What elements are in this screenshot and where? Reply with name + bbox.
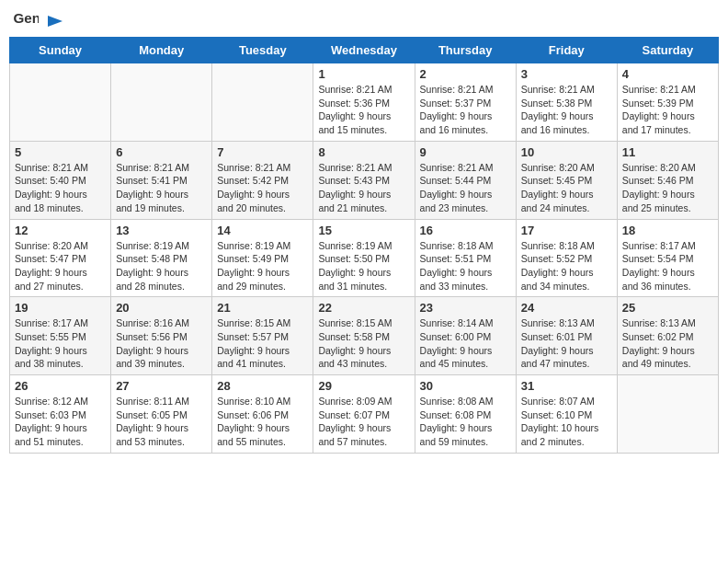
day-number: 10 [521,145,612,159]
col-header-saturday: Saturday [617,38,718,63]
calendar-cell: 18Sunrise: 8:17 AMSunset: 5:54 PMDayligh… [617,219,718,297]
calendar-cell: 13Sunrise: 8:19 AMSunset: 5:48 PMDayligh… [111,219,212,297]
day-info: Sunrise: 8:21 AMSunset: 5:37 PMDaylight:… [420,83,511,137]
day-info: Sunrise: 8:21 AMSunset: 5:40 PMDaylight:… [15,161,106,215]
calendar-week-2: 5Sunrise: 8:21 AMSunset: 5:40 PMDaylight… [10,141,719,219]
day-number: 17 [521,224,612,237]
calendar-week-4: 19Sunrise: 8:17 AMSunset: 5:55 PMDayligh… [10,297,719,375]
calendar-cell: 24Sunrise: 8:13 AMSunset: 6:01 PMDayligh… [516,297,617,375]
calendar-cell: 25Sunrise: 8:13 AMSunset: 6:02 PMDayligh… [617,297,718,375]
calendar-cell [10,63,111,142]
day-info: Sunrise: 8:19 AMSunset: 5:48 PMDaylight:… [116,239,207,293]
day-number: 22 [318,301,409,315]
svg-text:General: General [13,10,39,26]
day-info: Sunrise: 8:08 AMSunset: 6:08 PMDaylight:… [420,395,511,449]
svg-marker-1 [48,16,63,27]
calendar-cell: 10Sunrise: 8:20 AMSunset: 5:45 PMDayligh… [516,141,617,219]
day-info: Sunrise: 8:21 AMSunset: 5:36 PMDaylight:… [318,83,409,137]
day-number: 13 [116,224,207,237]
day-number: 11 [622,145,713,159]
col-header-thursday: Thursday [415,38,516,63]
col-header-sunday: Sunday [10,38,111,63]
day-number: 7 [217,145,308,159]
calendar-cell: 17Sunrise: 8:18 AMSunset: 5:52 PMDayligh… [516,219,617,297]
calendar-cell: 11Sunrise: 8:20 AMSunset: 5:46 PMDayligh… [617,141,718,219]
col-header-friday: Friday [516,38,617,63]
day-info: Sunrise: 8:20 AMSunset: 5:45 PMDaylight:… [521,161,612,215]
calendar-cell: 20Sunrise: 8:16 AMSunset: 5:56 PMDayligh… [111,297,212,375]
calendar-week-5: 26Sunrise: 8:12 AMSunset: 6:03 PMDayligh… [10,375,719,454]
day-info: Sunrise: 8:21 AMSunset: 5:42 PMDaylight:… [217,161,308,215]
day-info: Sunrise: 8:16 AMSunset: 5:56 PMDaylight:… [116,316,207,371]
calendar-cell: 7Sunrise: 8:21 AMSunset: 5:42 PMDaylight… [212,141,313,219]
day-number: 24 [521,301,612,315]
calendar-cell: 2Sunrise: 8:21 AMSunset: 5:37 PMDaylight… [415,63,516,142]
day-info: Sunrise: 8:21 AMSunset: 5:41 PMDaylight:… [116,161,207,215]
logo-flag-icon [44,14,64,30]
day-info: Sunrise: 8:15 AMSunset: 5:58 PMDaylight:… [318,316,409,371]
day-number: 9 [420,145,511,159]
calendar-cell: 31Sunrise: 8:07 AMSunset: 6:10 PMDayligh… [516,375,617,454]
day-info: Sunrise: 8:11 AMSunset: 6:05 PMDaylight:… [116,395,207,449]
col-header-monday: Monday [111,38,212,63]
day-number: 31 [521,379,612,393]
day-number: 2 [420,67,511,81]
day-info: Sunrise: 8:18 AMSunset: 5:52 PMDaylight:… [521,239,612,293]
day-info: Sunrise: 8:12 AMSunset: 6:03 PMDaylight:… [15,395,106,449]
calendar-cell: 28Sunrise: 8:10 AMSunset: 6:06 PMDayligh… [212,375,313,454]
day-number: 14 [217,224,308,237]
day-info: Sunrise: 8:09 AMSunset: 6:07 PMDaylight:… [318,395,409,449]
day-number: 21 [217,301,308,315]
day-info: Sunrise: 8:21 AMSunset: 5:39 PMDaylight:… [622,83,713,137]
calendar-cell: 15Sunrise: 8:19 AMSunset: 5:50 PMDayligh… [313,219,415,297]
day-info: Sunrise: 8:17 AMSunset: 5:54 PMDaylight:… [622,239,713,293]
day-info: Sunrise: 8:19 AMSunset: 5:50 PMDaylight:… [318,239,409,293]
day-number: 18 [622,224,713,237]
day-number: 15 [318,224,409,237]
calendar-cell: 5Sunrise: 8:21 AMSunset: 5:40 PMDaylight… [10,141,111,219]
calendar-cell: 16Sunrise: 8:18 AMSunset: 5:51 PMDayligh… [415,219,516,297]
day-number: 1 [318,67,409,81]
day-number: 23 [420,301,511,315]
logo: General [13,9,64,29]
logo-icon: General [13,9,39,29]
calendar-cell: 8Sunrise: 8:21 AMSunset: 5:43 PMDaylight… [313,141,415,219]
calendar-cell: 23Sunrise: 8:14 AMSunset: 6:00 PMDayligh… [415,297,516,375]
day-number: 19 [15,301,106,315]
col-header-wednesday: Wednesday [313,38,415,63]
day-number: 27 [116,379,207,393]
day-number: 26 [15,379,106,393]
calendar-cell: 6Sunrise: 8:21 AMSunset: 5:41 PMDaylight… [111,141,212,219]
day-number: 16 [420,224,511,237]
day-info: Sunrise: 8:10 AMSunset: 6:06 PMDaylight:… [217,395,308,449]
day-info: Sunrise: 8:14 AMSunset: 6:00 PMDaylight:… [420,316,511,371]
day-number: 4 [622,67,713,81]
calendar-cell [617,375,718,454]
day-info: Sunrise: 8:21 AMSunset: 5:44 PMDaylight:… [420,161,511,215]
day-info: Sunrise: 8:18 AMSunset: 5:51 PMDaylight:… [420,239,511,293]
calendar-cell: 12Sunrise: 8:20 AMSunset: 5:47 PMDayligh… [10,219,111,297]
day-number: 25 [622,301,713,315]
day-number: 12 [15,224,106,237]
calendar-cell: 19Sunrise: 8:17 AMSunset: 5:55 PMDayligh… [10,297,111,375]
day-number: 30 [420,379,511,393]
day-number: 8 [318,145,409,159]
day-info: Sunrise: 8:13 AMSunset: 6:02 PMDaylight:… [622,316,713,371]
calendar-cell: 21Sunrise: 8:15 AMSunset: 5:57 PMDayligh… [212,297,313,375]
calendar-cell: 30Sunrise: 8:08 AMSunset: 6:08 PMDayligh… [415,375,516,454]
calendar-cell: 29Sunrise: 8:09 AMSunset: 6:07 PMDayligh… [313,375,415,454]
calendar-cell: 22Sunrise: 8:15 AMSunset: 5:58 PMDayligh… [313,297,415,375]
day-info: Sunrise: 8:20 AMSunset: 5:47 PMDaylight:… [15,239,106,293]
page-header: General [9,9,719,29]
day-number: 20 [116,301,207,315]
day-number: 3 [521,67,612,81]
day-number: 29 [318,379,409,393]
calendar-cell: 26Sunrise: 8:12 AMSunset: 6:03 PMDayligh… [10,375,111,454]
calendar-cell: 14Sunrise: 8:19 AMSunset: 5:49 PMDayligh… [212,219,313,297]
day-info: Sunrise: 8:17 AMSunset: 5:55 PMDaylight:… [15,316,106,371]
calendar-cell [212,63,313,142]
calendar-cell: 3Sunrise: 8:21 AMSunset: 5:38 PMDaylight… [516,63,617,142]
day-info: Sunrise: 8:19 AMSunset: 5:49 PMDaylight:… [217,239,308,293]
calendar-cell: 4Sunrise: 8:21 AMSunset: 5:39 PMDaylight… [617,63,718,142]
calendar-week-1: 1Sunrise: 8:21 AMSunset: 5:36 PMDaylight… [10,63,719,142]
